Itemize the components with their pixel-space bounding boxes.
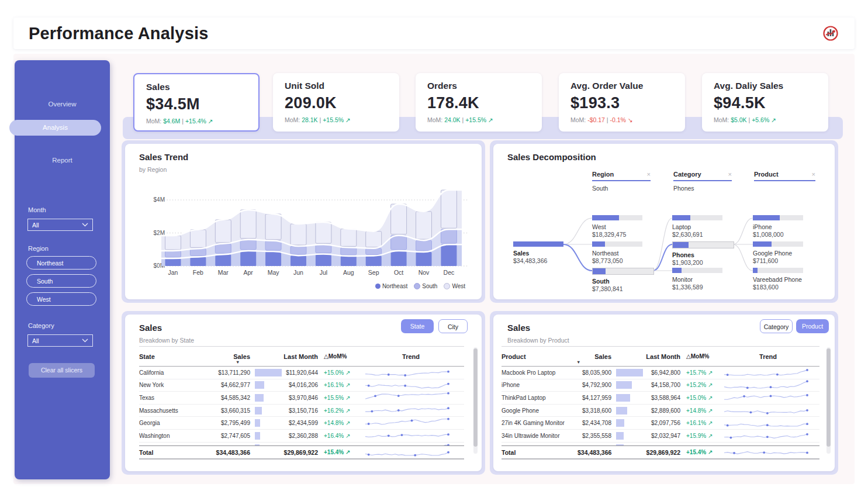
decomp-header-row: Product×: [754, 171, 815, 181]
trend-sparkline: [364, 392, 451, 402]
trend-up-icon: ↗: [771, 116, 776, 123]
table-row[interactable]: ThinkPad Laptop$4,127,959$3,588,964+15.0…: [502, 392, 819, 405]
decomp-node-sales[interactable]: Sales$34,483,366: [513, 241, 587, 264]
region-option-northeast[interactable]: Northeast: [26, 256, 96, 270]
dashboard-canvas: OverviewAnalysisReportMonthAllRegionNort…: [13, 54, 855, 484]
trend-sparkline: [364, 405, 451, 415]
decomp-node-laptop[interactable]: Laptop$2,630,691: [672, 215, 746, 238]
decomp-node-value: $7,380,841: [592, 285, 676, 292]
cell-sales: $8,035,900: [577, 369, 611, 376]
decomp-node-vareebadd-phone[interactable]: Vareebadd Phone$183,600: [753, 268, 826, 291]
column-header-Trend[interactable]: Trend: [717, 353, 819, 360]
toggle-product[interactable]: Product: [796, 319, 829, 333]
column-header-Trend[interactable]: Trend: [358, 353, 464, 360]
decomp-node-monitor[interactable]: Monitor$1,336,589: [672, 268, 746, 291]
total-label: Total: [502, 449, 577, 456]
column-header-△MoM%[interactable]: △MoM%: [680, 353, 717, 360]
table-row[interactable]: Massachusetts$3,660,315$3,150,716+16.2% …: [139, 405, 464, 417]
cell-sales: $2,795,499: [213, 420, 250, 426]
sidebar-item-overview[interactable]: Overview: [15, 96, 110, 112]
column-header-Sales[interactable]: Sales: [577, 353, 611, 360]
column-header-△MoM%[interactable]: △MoM%: [318, 353, 358, 360]
kpi-card-sales[interactable]: Sales$34.5MMoM: $4.6M | +15.4% ↗: [133, 73, 260, 132]
decomp-header-category: Category×Phones: [673, 171, 732, 192]
close-icon[interactable]: ×: [647, 171, 651, 178]
decomp-selected-value: Phones: [673, 185, 732, 192]
legend-label: Northeast: [382, 283, 407, 289]
sort-descending-icon[interactable]: ▼: [576, 360, 580, 365]
decomp-node-south[interactable]: South$7,380,841: [592, 268, 676, 292]
table-row[interactable]: New York$4,662,977$4,016,206+16.1% ↗: [139, 379, 464, 392]
table-row[interactable]: Oregon$2,320,338$2,016,624+15.1% ↗: [139, 443, 464, 445]
table-scrollbar[interactable]: [826, 347, 831, 454]
scrollbar-thumb[interactable]: [826, 348, 831, 447]
table-row[interactable]: California$13,711,290$11,920,644+15.0% ↗: [139, 367, 464, 379]
decomp-node-value: $2,630,691: [672, 231, 746, 238]
cell-name: 34in Ultrawide Monitor: [502, 433, 577, 439]
table-row[interactable]: Google Phone$3,318,600$2,889,600+14.8% ↗: [502, 405, 819, 417]
svg-text:Feb: Feb: [193, 269, 203, 276]
cell-sales: $4,662,977: [213, 382, 250, 388]
cell-name: California: [139, 369, 213, 376]
cell-name: ThinkPad Laptop: [502, 395, 577, 401]
close-icon[interactable]: ×: [812, 171, 815, 178]
decomp-node-phones[interactable]: Phones$1,903,200: [672, 241, 756, 266]
toggle-category[interactable]: Category: [760, 319, 793, 333]
cell-sales: $2,320,338: [213, 445, 250, 445]
month-dropdown[interactable]: All: [27, 219, 93, 231]
trend-sparkline: [722, 417, 810, 428]
sort-descending-icon[interactable]: ▼: [236, 360, 240, 365]
cell-mom: +16.4% ↗: [318, 433, 358, 439]
sidebar-item-analysis[interactable]: Analysis: [9, 120, 101, 136]
table-row[interactable]: Texas$4,585,342$3,970,846+15.5% ↗: [139, 392, 464, 405]
kpi-label: Orders: [427, 81, 542, 91]
table-row[interactable]: Washington$2,747,605$2,360,288+16.4% ↗: [139, 430, 464, 443]
kpi-label: Avg. Order Value: [570, 81, 685, 91]
kpi-card-orders[interactable]: Orders178.4KMoM: 24.0K | +15.5% ↗: [416, 73, 542, 132]
category-dropdown[interactable]: All: [27, 334, 93, 347]
table-row[interactable]: 27in 4K Gaming Monitor$2,434,708$2,097,7…: [502, 417, 819, 430]
legend-swatch: [375, 284, 381, 289]
column-header-Last Month[interactable]: Last Month: [283, 353, 318, 360]
cell-last-month: $11,920,644: [283, 369, 318, 376]
table-row[interactable]: Apple Airpods Headphones$2,348,550$2,037…: [502, 443, 819, 445]
cell-trend: [717, 392, 819, 403]
cell-sales-bar: [611, 419, 644, 427]
decomp-node-iphone[interactable]: iPhone$1,008,000: [753, 215, 826, 238]
table-scrollbar[interactable]: [473, 347, 478, 454]
decomp-node-google-phone[interactable]: Google Phone$711,600: [753, 241, 826, 264]
kpi-card-avg-order-value[interactable]: Avg. Order Value$193.3MoM: -$0.17 | -0.1…: [559, 73, 685, 132]
decomp-node-fill: [753, 215, 780, 220]
kpi-card-avg-daliy-sales[interactable]: Avg. Daliy Sales$94.5KMoM: $5.0K | +5.6%…: [702, 73, 828, 132]
region-option-south[interactable]: South: [26, 274, 96, 288]
table-row[interactable]: iPhone$4,792,900$4,158,700+15.2% ↗: [502, 379, 819, 392]
column-header-State[interactable]: State: [139, 353, 213, 360]
decomp-node-northeast[interactable]: Northeast$8,773,050: [592, 241, 666, 264]
toggle-city[interactable]: City: [438, 319, 468, 333]
table-row[interactable]: 34in Ultrawide Monitor$2,355,558$2,032,9…: [502, 430, 819, 443]
legend-label: South: [422, 283, 437, 289]
table-row[interactable]: Macbook Pro Laptop$8,035,900$6,942,800+1…: [502, 367, 819, 379]
region-option-west[interactable]: West: [26, 292, 96, 306]
cell-last-month: $2,889,600: [644, 407, 680, 414]
cell-name: Macbook Pro Laptop: [502, 369, 577, 376]
column-header-Product[interactable]: Product: [502, 353, 577, 360]
sidebar-item-report[interactable]: Report: [15, 153, 110, 168]
table-row[interactable]: Georgia$2,795,499$2,434,599+14.8% ↗: [139, 417, 464, 430]
close-icon[interactable]: ×: [728, 171, 732, 178]
mom-percent: +15.4%: [185, 118, 208, 125]
column-header-Last Month[interactable]: Last Month: [644, 353, 680, 360]
sales-trend-chart[interactable]: $0M$2M$4MJanFebMarAprMayJunJulAugSepOctN…: [125, 171, 482, 299]
svg-text:Aug: Aug: [343, 269, 354, 276]
scrollbar-thumb[interactable]: [473, 348, 478, 447]
toggle-state[interactable]: State: [401, 319, 434, 333]
cell-sales: $4,792,900: [577, 382, 611, 388]
decomp-node-west[interactable]: West$18,329,475: [592, 215, 666, 238]
trend-sparkline: [364, 443, 451, 445]
clear-all-slicers-button[interactable]: Clear all slicers: [29, 363, 95, 378]
cell-mom: +15.9% ↗: [680, 433, 717, 439]
region-label: Region: [28, 245, 49, 252]
column-header-Sales[interactable]: Sales: [213, 353, 250, 360]
kpi-card-unit-sold[interactable]: Unit Sold209.0KMoM: 28.1K | +15.5% ↗: [273, 73, 399, 132]
total-label: Total: [139, 449, 213, 456]
